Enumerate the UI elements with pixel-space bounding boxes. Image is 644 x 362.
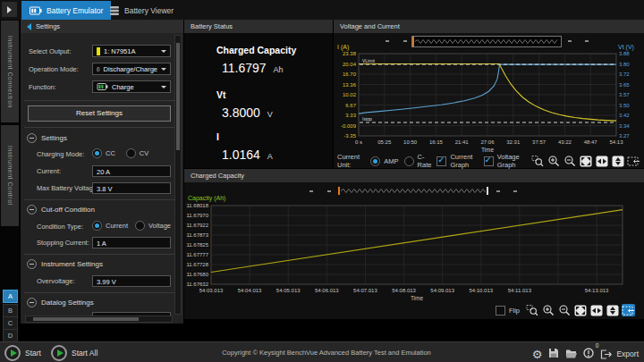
divider [24, 292, 180, 293]
operation-mode-dropdown[interactable]: Discharge/Charge [92, 63, 171, 75]
selector-handle-right[interactable] [487, 187, 488, 195]
zoom-in-icon[interactable] [541, 304, 555, 316]
open-folder-icon[interactable] [565, 346, 577, 362]
fit-horizontal-icon[interactable] [589, 304, 603, 316]
cap-range-selector[interactable] [184, 186, 644, 198]
scrollbar-thumb[interactable] [176, 43, 180, 150]
svg-text:VLimit: VLimit [362, 58, 376, 63]
zoom-out-icon[interactable] [557, 304, 571, 316]
reset-settings-button[interactable]: Reset Settings [28, 105, 171, 122]
zoom-region-icon[interactable] [530, 155, 544, 167]
start-all-button[interactable]: Start All [51, 345, 97, 361]
sidebar-toggle-button[interactable] [2, 2, 17, 17]
zoom-fit-icon[interactable] [573, 304, 587, 316]
tab-battery-viewer[interactable]: Battery Viewer [101, 1, 182, 20]
collapse-section-icon[interactable] [27, 133, 37, 143]
settings-panel-header: Settings [21, 20, 183, 33]
radio-voltage[interactable] [135, 221, 145, 231]
auto-scroll-icon[interactable] [622, 304, 635, 316]
channel-button-a[interactable]: A [3, 290, 18, 303]
zoom-in-icon[interactable] [547, 155, 560, 167]
tab-battery-emulator[interactable]: Battery Emulator [21, 1, 111, 20]
fit-horizontal-icon[interactable] [595, 155, 608, 167]
export-button[interactable]: Export [600, 349, 639, 359]
collapse-section-icon[interactable] [27, 298, 37, 307]
metric-value: 1.0164 A [222, 147, 273, 162]
zoom-out-icon[interactable] [563, 155, 576, 167]
zoom-region-icon[interactable] [525, 304, 538, 316]
voltage-graph-checkbox[interactable] [484, 156, 494, 166]
section-settings[interactable]: Settings [27, 133, 67, 143]
selector-mark [386, 40, 389, 42]
overvoltage-input[interactable]: 3.99 V [92, 275, 171, 287]
radio-current[interactable] [92, 221, 102, 231]
selector-mark [513, 190, 517, 192]
vc-range-selector[interactable] [334, 36, 644, 47]
svg-text:3.88: 3.88 [619, 52, 630, 56]
fit-vertical-icon[interactable] [611, 155, 624, 167]
channel-button-d[interactable]: D [3, 329, 18, 342]
horizontal-scrollbar[interactable] [25, 316, 173, 323]
error-count-icon[interactable]: 0 [583, 346, 594, 362]
divider [24, 254, 180, 255]
current-input[interactable]: 20 A [92, 165, 171, 177]
rail-tab-instrument-control[interactable]: Instrument Control [1, 125, 19, 226]
stopping-current-input[interactable]: 1 A [92, 237, 171, 248]
svg-text:54:03.013: 54:03.013 [199, 288, 224, 293]
divider [24, 100, 180, 101]
fit-vertical-icon[interactable] [606, 304, 619, 316]
radio-c-rate[interactable] [404, 156, 414, 166]
selector-window[interactable] [411, 36, 562, 47]
auto-scroll-icon[interactable] [627, 155, 640, 167]
function-dropdown[interactable]: Charge [92, 80, 171, 93]
select-output-dropdown[interactable]: 1: N7951A [92, 45, 171, 57]
svg-text:11.67873: 11.67873 [186, 232, 208, 238]
expand-arrow-icon [7, 6, 12, 13]
start-button[interactable]: Start [4, 345, 41, 361]
svg-text:54:05.013: 54:05.013 [276, 288, 301, 293]
collapse-section-icon[interactable] [27, 259, 37, 269]
charged-capacity-chart[interactable]: 11.6801811.6797011.6792211.6787311.67825… [184, 204, 644, 303]
radio-amp[interactable] [370, 156, 380, 166]
voltage-current-chart[interactable]: 23.3820.0416.7013.3610.026.673.33-0.009-… [334, 52, 644, 154]
flip-checkbox[interactable] [496, 306, 505, 316]
settings-gear-icon[interactable]: ⚙ [532, 349, 543, 360]
selector-handle-left[interactable] [338, 187, 340, 195]
svg-text:3.42: 3.42 [619, 113, 630, 118]
battery-status-panel: Battery Status Charged Capacity 11.6797 … [184, 20, 333, 168]
divider [24, 199, 180, 200]
channel-button-b[interactable]: B [3, 304, 18, 317]
scrollbar-thumb[interactable] [33, 317, 139, 321]
svg-text:Time: Time [481, 147, 495, 153]
current-graph-checkbox[interactable] [436, 156, 446, 166]
svg-text:37:57: 37:57 [532, 139, 547, 145]
selector-mark [403, 40, 407, 42]
zoom-fit-icon[interactable] [579, 155, 592, 167]
selector-handle-left[interactable] [412, 37, 414, 46]
function-label: Function: [29, 83, 56, 91]
section-cutoff-condition[interactable]: Cut-off Condition [27, 205, 95, 215]
svg-text:32:31: 32:31 [506, 139, 521, 145]
svg-text:54:07.013: 54:07.013 [353, 288, 377, 293]
collapse-section-icon[interactable] [27, 205, 37, 215]
max-battery-voltage-input[interactable]: 3.8 V [92, 182, 171, 194]
left-axis-title: I (A) [337, 44, 349, 50]
condition-type-label: Condition Type: [37, 223, 83, 231]
svg-text:3.33: 3.33 [345, 113, 356, 118]
voltage-current-header: Voltage and Current [334, 20, 644, 33]
current-unit-label: Current Unit: [337, 153, 365, 169]
vertical-scrollbar[interactable] [174, 35, 182, 315]
section-instrument-settings[interactable]: Instrument Settings [27, 259, 103, 269]
max-battery-voltage-label: Max Battery Voltage: [37, 184, 98, 192]
radio-cv[interactable] [126, 148, 136, 158]
selector-mark [309, 190, 313, 192]
radio-cc[interactable] [92, 148, 102, 158]
channel-button-c[interactable]: C [3, 316, 18, 330]
collapse-panel-icon[interactable] [27, 23, 31, 30]
play-icon [4, 345, 21, 361]
rail-tab-instrument-connection[interactable]: Instrument Connection [1, 21, 19, 122]
section-datalog-settings[interactable]: Datalog Settings [27, 298, 94, 307]
output-color-swatch-icon [97, 47, 100, 55]
save-icon[interactable] [548, 346, 559, 362]
app-window: Battery Emulator Battery Viewer Instrume… [0, 0, 644, 362]
